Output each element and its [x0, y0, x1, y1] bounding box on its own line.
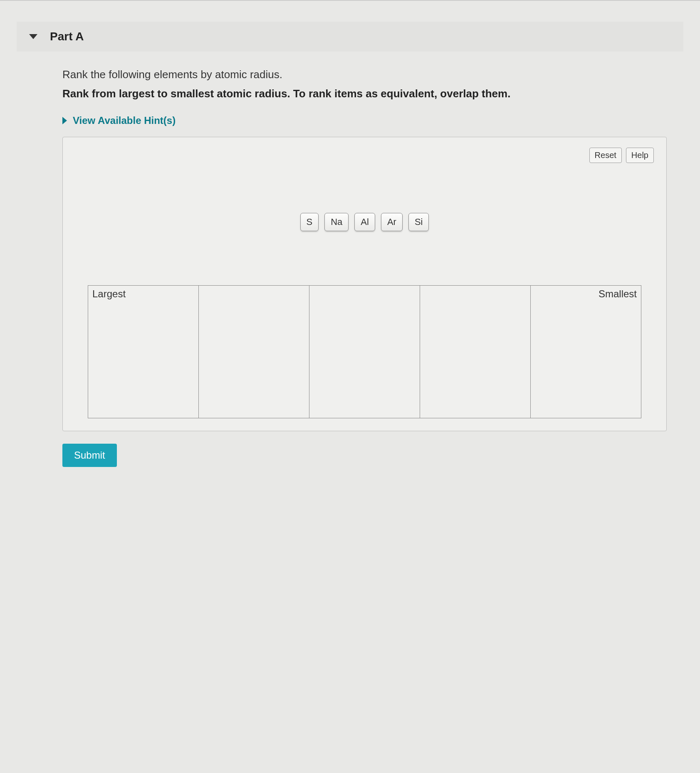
rank-slot-2[interactable] [199, 286, 309, 418]
tool-buttons-row: Reset Help [75, 148, 654, 163]
reset-button[interactable]: Reset [589, 148, 622, 163]
prompt-text-1: Rank the following elements by atomic ra… [62, 68, 667, 81]
rank-slot-5[interactable] [531, 286, 641, 418]
chevron-down-icon [29, 34, 37, 39]
draggable-elements-row: S Na Al Ar Si [75, 213, 654, 231]
rank-label-smallest: Smallest [599, 288, 637, 300]
rank-slot-4[interactable] [420, 286, 531, 418]
help-button[interactable]: Help [626, 148, 654, 163]
part-header[interactable]: Part A [17, 22, 683, 52]
ranking-widget: Reset Help S Na Al Ar Si Largest Smalles… [62, 137, 667, 431]
element-chip-si[interactable]: Si [408, 213, 429, 231]
element-chip-al[interactable]: Al [354, 213, 375, 231]
ranking-dropzone[interactable]: Largest Smallest [88, 285, 641, 418]
top-divider [0, 0, 700, 1]
element-chip-s[interactable]: S [300, 213, 319, 231]
main-container: Part A Rank the following elements by at… [0, 22, 700, 484]
element-chip-ar[interactable]: Ar [381, 213, 403, 231]
part-title: Part A [50, 30, 84, 43]
prompt-text-2: Rank from largest to smallest atomic rad… [62, 87, 667, 100]
hints-link-label: View Available Hint(s) [73, 115, 176, 126]
rank-slot-3[interactable] [309, 286, 420, 418]
content-area: Rank the following elements by atomic ra… [17, 68, 683, 467]
element-chip-na[interactable]: Na [324, 213, 349, 231]
rank-slot-1[interactable] [88, 286, 199, 418]
chevron-right-icon [62, 117, 67, 124]
hints-toggle[interactable]: View Available Hint(s) [62, 115, 667, 126]
submit-button[interactable]: Submit [62, 444, 117, 467]
rank-label-largest: Largest [92, 288, 126, 300]
